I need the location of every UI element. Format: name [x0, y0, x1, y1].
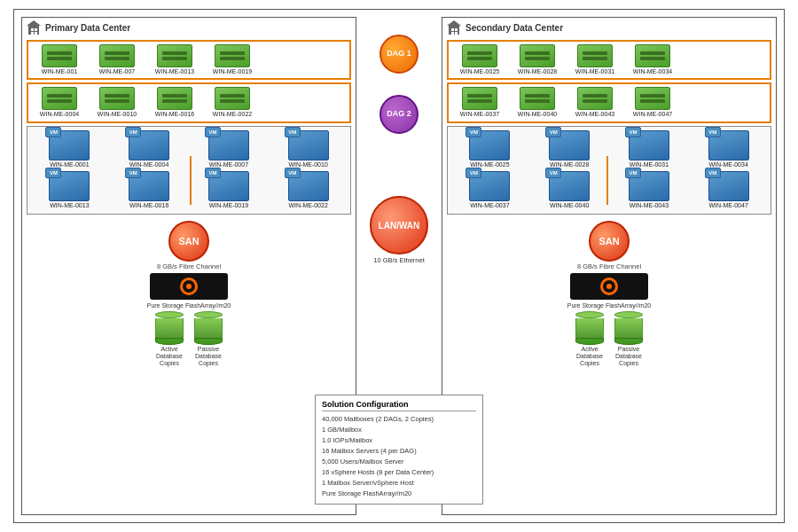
primary-dc-label: Primary Data Center	[22, 18, 356, 37]
sec-vm-WIN-ME-0047: VM WIN-ME-0047	[690, 171, 767, 209]
sec-vm-WIN-ME-0025: VM WIN-ME-0025	[451, 130, 528, 168]
server-WIN-ME-0013: WIN-ME-0013	[147, 44, 202, 75]
secondary-san-icon: SAN	[589, 221, 630, 262]
svg-rect-9	[455, 28, 458, 31]
svg-rect-10	[451, 32, 454, 35]
secondary-san-storage: SAN 8 GB/s Fibre Channel Pure Storage Fl…	[442, 217, 776, 372]
sec-server-WIN-ME-0037: WIN-ME-0037	[452, 87, 507, 118]
mailbox-row-2: WIN-ME-0004 WIN-ME-0010 WIN-ME-0016 WIN-…	[27, 82, 351, 122]
connector-right-v	[606, 156, 608, 205]
primary-san-storage: SAN 8 GB/s Fibre Channel Pure Storage Fl…	[22, 217, 356, 372]
server-WIN-ME-0010: WIN-ME-0010	[90, 87, 145, 118]
server-WIN-ME-0016: WIN-ME-0016	[147, 87, 202, 118]
vm-WIN-ME-0001: VM WIN-ME-0001	[31, 130, 108, 168]
primary-flasharray	[150, 273, 228, 300]
svg-rect-3	[35, 28, 37, 31]
lanwan-icon: LAN/WAN 10 GB/s Ethernet	[370, 196, 428, 264]
sec-vm-WIN-ME-0040: VM WIN-ME-0040	[531, 171, 608, 209]
connector-left-v	[190, 156, 192, 205]
sec-server-WIN-ME-0040: WIN-ME-0040	[510, 87, 565, 118]
sol-item-2: 1.0 IOPs/Mailbox	[322, 435, 476, 446]
vm-WIN-ME-0013: VM WIN-ME-0013	[31, 171, 108, 209]
primary-db-copies: Active Database Copies Passive Database …	[153, 311, 225, 368]
sec-server-WIN-ME-0025: WIN-ME-0025	[452, 44, 507, 75]
vm-WIN-ME-0004: VM WIN-ME-0004	[111, 130, 188, 168]
server-WIN-ME-007: WIN-ME-007	[90, 44, 145, 75]
server-WIN-ME-001: WIN-ME-001	[32, 44, 87, 75]
solution-config-box: Solution Configuration 40,000 Mailboxes …	[315, 395, 483, 505]
primary-active-db: Active Database Copies	[153, 311, 186, 368]
sol-item-5: 16 vSphere Hosts (8 per Data Center)	[322, 467, 476, 478]
sec-mailbox-row-1: WIN-ME-0025 WIN-ME-0028 WIN-ME-0031 WIN-…	[447, 40, 771, 80]
mailbox-row-1: WIN-ME-001 WIN-ME-007 WIN-ME-0013 WIN-ME…	[27, 40, 351, 80]
sec-vm-WIN-ME-0043: VM WIN-ME-0043	[611, 171, 688, 209]
primary-vm-section: VM WIN-ME-0001 VM WIN-ME-0004 VM WIN-ME-…	[27, 126, 351, 215]
secondary-active-db: Active Database Copies	[573, 311, 606, 368]
sec-server-WIN-ME-0031: WIN-ME-0031	[567, 44, 622, 75]
vm-WIN-ME-0019: VM WIN-ME-0019	[191, 171, 268, 209]
svg-rect-8	[451, 28, 454, 31]
svg-rect-5	[35, 32, 37, 35]
sol-item-1: 1 GB/Mailbox	[322, 425, 476, 435]
sol-item-3: 16 Mailbox Servers (4 per DAG)	[322, 446, 476, 457]
sol-item-6: 1 Mailbox Server/vSphere Host	[322, 478, 476, 489]
sec-vm-WIN-ME-0034: VM WIN-ME-0034	[690, 130, 767, 168]
vm-WIN-ME-0016: VM WIN-ME-0016	[111, 171, 188, 209]
sec-server-WIN-ME-0028: WIN-ME-0028	[510, 44, 565, 75]
svg-rect-4	[31, 32, 34, 35]
svg-marker-1	[27, 20, 41, 26]
dag2-icon: DAG 2	[379, 95, 419, 134]
dag1-icon: DAG 1	[379, 35, 419, 74]
sec-server-WIN-ME-0034: WIN-ME-0034	[625, 44, 680, 75]
sol-item-4: 5,000 Users/Mailbox Server	[322, 457, 476, 467]
primary-datacenter: Primary Data Center WIN-ME-001 WIN-ME-00…	[21, 17, 356, 515]
sol-item-7: Pure Storage FlashArray//m20	[322, 489, 476, 499]
vm-WIN-ME-0010: VM WIN-ME-0010	[270, 130, 347, 168]
sec-vm-WIN-ME-0028: VM WIN-ME-0028	[531, 130, 608, 168]
vm-WIN-ME-0007: VM WIN-ME-0007	[191, 130, 268, 168]
server-WIN-ME-0004: WIN-ME-0004	[32, 87, 87, 118]
server-WIN-ME-0022: WIN-ME-0022	[205, 87, 260, 118]
sec-mailbox-row-2: WIN-ME-0037 WIN-ME-0040 WIN-ME-0043 WIN-…	[447, 82, 771, 122]
sec-server-WIN-ME-0047: WIN-ME-0047	[625, 87, 680, 118]
sec-vm-WIN-ME-0031: VM WIN-ME-0031	[611, 130, 688, 168]
secondary-dc-label: Secondary Data Center	[442, 18, 776, 37]
sec-server-WIN-ME-0043: WIN-ME-0043	[567, 87, 622, 118]
vm-WIN-ME-0022: VM WIN-ME-0022	[270, 171, 347, 209]
svg-rect-2	[31, 28, 34, 31]
secondary-flasharray	[570, 273, 648, 300]
secondary-passive-db: Passive Database Copies	[612, 311, 645, 368]
secondary-vm-section: VM WIN-ME-0025 VM WIN-ME-0028 VM WIN-ME-…	[447, 126, 771, 215]
primary-passive-db: Passive Database Copies	[192, 311, 225, 368]
server-WIN-ME-0019: WIN-ME-0019	[205, 44, 260, 75]
svg-rect-11	[455, 32, 458, 35]
primary-san-icon: SAN	[168, 221, 209, 262]
secondary-datacenter: Secondary Data Center WIN-ME-0025 WIN-ME…	[442, 17, 777, 515]
sec-vm-WIN-ME-0037: VM WIN-ME-0037	[451, 171, 528, 209]
secondary-db-copies: Active Database Copies Passive Database …	[573, 311, 645, 368]
svg-marker-7	[447, 20, 461, 26]
sol-item-0: 40,000 Mailboxes (2 DAGs, 2 Copies)	[322, 414, 476, 425]
